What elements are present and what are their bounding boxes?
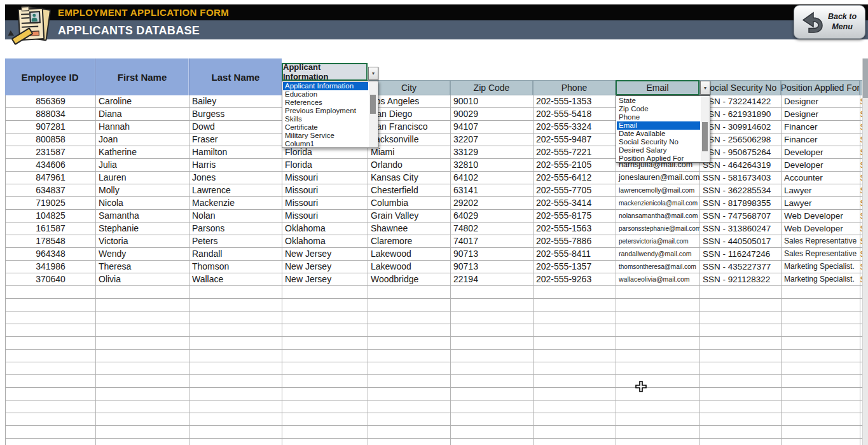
cell-ssn[interactable]: SSN - 116247246 <box>700 248 782 261</box>
cell-empty[interactable] <box>368 286 451 299</box>
cell-first[interactable]: Victoria <box>96 235 189 248</box>
cell-position[interactable]: Designer <box>782 95 860 108</box>
dropdown-option[interactable]: References <box>283 99 368 107</box>
cell-empty[interactable] <box>282 299 368 312</box>
cell-empty[interactable] <box>782 299 860 312</box>
cell-zip[interactable]: 29202 <box>451 197 534 210</box>
cell-zip[interactable]: 90029 <box>451 108 534 121</box>
cell-state[interactable]: Missouri <box>282 184 368 197</box>
cell-empty[interactable] <box>616 350 700 362</box>
cell-empty[interactable] <box>282 362 368 375</box>
cell-empty[interactable] <box>189 286 282 299</box>
cell-state[interactable]: Oklahoma <box>282 222 368 235</box>
cell-empty[interactable] <box>534 413 616 426</box>
cell-empty[interactable] <box>6 426 96 439</box>
cell-position[interactable]: Developer <box>782 159 860 172</box>
cell-ssn[interactable]: SSN - 817898355 <box>700 197 782 210</box>
cell-empty[interactable] <box>96 350 189 362</box>
cell-empty[interactable] <box>6 413 96 426</box>
cell-empty[interactable] <box>616 426 700 439</box>
cell-first[interactable]: Hannah <box>96 121 189 134</box>
cell-last[interactable]: Randall <box>189 248 282 261</box>
cell-empty[interactable] <box>6 388 96 400</box>
cell-phone[interactable]: 202-555-1353 <box>534 95 616 108</box>
cell-last[interactable]: Peters <box>189 235 282 248</box>
cell-first[interactable]: Stephanie <box>96 222 189 235</box>
cell-ssn[interactable]: SSN - 435227377 <box>700 261 782 273</box>
cell-empty[interactable] <box>282 350 368 362</box>
cell-empty[interactable] <box>6 286 96 299</box>
cell-empty[interactable] <box>700 375 782 388</box>
dropdown-option[interactable]: Zip Code <box>617 105 700 113</box>
cell-email[interactable]: nolansamantha@mail.com <box>616 210 700 222</box>
cell-last[interactable]: Burgess <box>189 108 282 121</box>
cell-phone[interactable]: 202-555-1357 <box>534 261 616 273</box>
cell-zip[interactable]: 22194 <box>451 273 534 286</box>
cell-empty[interactable] <box>189 324 282 337</box>
vertical-scrollbar[interactable] <box>862 58 868 445</box>
cell-first[interactable]: Joan <box>96 134 189 146</box>
dropdown-scrollbar[interactable] <box>369 82 377 147</box>
cell-id[interactable]: 161587 <box>6 222 96 235</box>
cell-id[interactable]: 434606 <box>6 159 96 172</box>
cell-empty[interactable] <box>96 375 189 388</box>
cell-zip[interactable]: 90713 <box>451 261 534 273</box>
scrollbar-thumb[interactable] <box>370 95 376 114</box>
cell-empty[interactable] <box>451 312 534 324</box>
cell-city[interactable]: Claremore <box>368 235 451 248</box>
cell-first[interactable]: Theresa <box>96 261 189 273</box>
cell-empty[interactable] <box>451 375 534 388</box>
cell-position[interactable]: Sales Representative <box>782 248 860 261</box>
cell-city[interactable]: Los Angeles <box>368 95 451 108</box>
cell-empty[interactable] <box>6 400 96 413</box>
cell-empty[interactable] <box>6 375 96 388</box>
cell-empty[interactable] <box>368 375 451 388</box>
column-header-phone[interactable]: Phone <box>533 80 616 95</box>
cell-empty[interactable] <box>616 324 700 337</box>
cell-id[interactable]: 888034 <box>6 108 96 121</box>
cell-empty[interactable] <box>534 439 616 445</box>
cell-empty[interactable] <box>700 312 782 324</box>
cell-empty[interactable] <box>534 388 616 400</box>
cell-phone[interactable]: 202-555-3414 <box>534 197 616 210</box>
cell-id[interactable]: 178548 <box>6 235 96 248</box>
cell-empty[interactable] <box>189 439 282 445</box>
cell-zip[interactable]: 64029 <box>451 210 534 222</box>
cell-id[interactable]: 634837 <box>6 184 96 197</box>
section-select-combobox[interactable]: Applicant Information <box>282 63 368 81</box>
cell-empty[interactable] <box>189 426 282 439</box>
cell-position[interactable]: Marketing Specialist. <box>782 261 860 273</box>
cell-empty[interactable] <box>700 350 782 362</box>
cell-empty[interactable] <box>368 400 451 413</box>
dropdown-option[interactable]: Military Service <box>283 132 368 140</box>
cell-city[interactable]: San Diego <box>368 108 451 121</box>
cell-phone[interactable]: 202-555-9487 <box>534 134 616 146</box>
cell-email[interactable]: lawrencemolly@mail.com <box>616 184 700 197</box>
cell-position[interactable]: Financer <box>782 121 860 134</box>
cell-empty[interactable] <box>700 299 782 312</box>
cell-empty[interactable] <box>368 350 451 362</box>
cell-empty[interactable] <box>616 375 700 388</box>
cell-ssn[interactable]: SSN - 621931890 <box>700 108 782 121</box>
cell-empty[interactable] <box>282 312 368 324</box>
cell-empty[interactable] <box>782 375 860 388</box>
cell-empty[interactable] <box>782 388 860 400</box>
cell-last[interactable]: Hamilton <box>189 146 282 159</box>
dropdown-option[interactable]: Desired Salary <box>617 146 700 154</box>
cell-empty[interactable] <box>616 286 700 299</box>
cell-state[interactable]: Missouri <box>282 210 368 222</box>
cell-email[interactable]: joneslauren@mail.com <box>616 172 700 184</box>
cell-empty[interactable] <box>189 337 282 350</box>
cell-id[interactable]: 341986 <box>6 261 96 273</box>
cell-last[interactable]: Parsons <box>189 222 282 235</box>
column-header-employee-id[interactable]: Employee ID <box>5 58 95 95</box>
cell-id[interactable]: 856369 <box>6 95 96 108</box>
cell-empty[interactable] <box>700 324 782 337</box>
cell-position[interactable]: Developer <box>782 146 860 159</box>
cell-empty[interactable] <box>96 337 189 350</box>
cell-phone[interactable]: 202-555-8411 <box>534 248 616 261</box>
cell-empty[interactable] <box>282 375 368 388</box>
cell-phone[interactable]: 202-555-3324 <box>534 121 616 134</box>
column-header-zip-code[interactable]: Zip Code <box>450 80 533 95</box>
cell-last[interactable]: Nolan <box>189 210 282 222</box>
